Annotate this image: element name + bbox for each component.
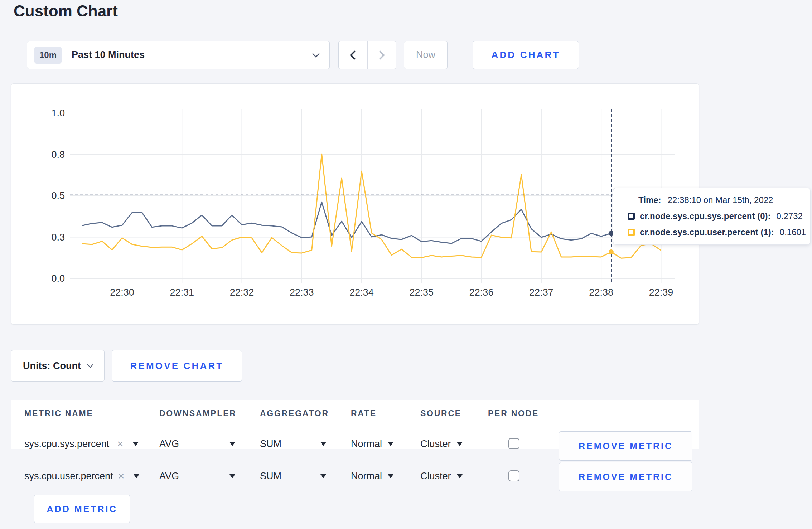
aggregator-select[interactable]: SUM — [260, 465, 326, 487]
svg-text:22:33: 22:33 — [290, 287, 314, 298]
col-header-aggregator: AGGREGATOR — [260, 409, 329, 418]
per-node-checkbox[interactable] — [508, 470, 519, 481]
per-node-checkbox[interactable] — [508, 438, 519, 449]
caret-down-icon — [320, 474, 326, 478]
toolbar-divider — [11, 40, 11, 69]
time-range-label: Past 10 Minutes — [72, 49, 313, 60]
rate-select[interactable]: Normal — [351, 433, 393, 455]
caret-down-icon — [134, 474, 139, 478]
aggregator-value: SUM — [260, 438, 281, 450]
col-header-source: SOURCE — [420, 409, 461, 418]
metric-name-value: sys.cpu.sys.percent — [24, 438, 109, 450]
svg-text:22:37: 22:37 — [529, 287, 554, 298]
chevron-down-icon — [87, 362, 93, 368]
page-title: Custom Chart — [14, 2, 118, 20]
col-header-metric-name: METRIC NAME — [24, 409, 93, 418]
aggregator-value: SUM — [260, 471, 281, 482]
timeseries-chart[interactable]: 22:3022:3122:3222:3322:3422:3522:3622:37… — [11, 84, 700, 325]
tooltip-series-value: 0.1601 — [780, 227, 806, 237]
tooltip-series-value: 0.2732 — [776, 211, 802, 221]
user-series-swatch-icon — [628, 229, 635, 236]
svg-text:22:32: 22:32 — [230, 287, 254, 298]
aggregator-select[interactable]: SUM — [260, 433, 326, 455]
chevron-down-icon — [312, 50, 320, 58]
svg-text:22:38: 22:38 — [589, 287, 613, 298]
tooltip-time-label: Time: — [638, 195, 661, 205]
caret-down-icon — [229, 442, 235, 446]
tooltip-time-value: 22:38:10 on Mar 15th, 2022 — [668, 195, 773, 205]
rate-value: Normal — [351, 438, 382, 450]
svg-text:22:36: 22:36 — [469, 287, 494, 298]
next-time-button[interactable] — [368, 41, 396, 69]
caret-down-icon — [388, 442, 393, 446]
svg-text:0.8: 0.8 — [51, 149, 65, 160]
clear-metric-icon[interactable]: × — [117, 438, 124, 450]
svg-text:0.3: 0.3 — [51, 232, 65, 243]
caret-down-icon — [133, 442, 139, 446]
now-button[interactable]: Now — [404, 41, 448, 69]
svg-text:22:30: 22:30 — [110, 287, 134, 298]
units-label: Units: Count — [23, 360, 81, 372]
source-select[interactable]: Cluster — [420, 433, 463, 455]
caret-down-icon — [388, 474, 393, 478]
tooltip-series-row: cr.node.sys.cpu.sys.percent (0): 0.2732 — [628, 211, 810, 221]
svg-text:22:34: 22:34 — [349, 287, 374, 298]
add-chart-button[interactable]: ADD CHART — [473, 41, 579, 69]
remove-chart-button[interactable]: REMOVE CHART — [112, 350, 242, 382]
caret-down-icon — [320, 442, 326, 446]
tooltip-series-row: cr.node.sys.cpu.user.percent (1): 0.1601 — [628, 227, 810, 237]
metric-name-value: sys.cpu.user.percent — [24, 471, 113, 482]
tooltip-series-name: cr.node.sys.cpu.user.percent (1): — [640, 227, 774, 237]
svg-text:22:35: 22:35 — [410, 287, 434, 298]
clear-metric-icon[interactable]: × — [118, 470, 125, 482]
remove-metric-button[interactable]: REMOVE METRIC — [559, 462, 692, 491]
svg-text:0.0: 0.0 — [51, 273, 65, 284]
sys-series-swatch-icon — [628, 213, 635, 220]
add-metric-button[interactable]: ADD METRIC — [34, 495, 130, 523]
caret-down-icon — [229, 474, 235, 478]
caret-down-icon — [457, 474, 463, 478]
chevron-right-icon — [376, 50, 385, 59]
metric-name-select[interactable]: sys.cpu.user.percent × — [24, 465, 139, 487]
time-range-select[interactable]: 10m Past 10 Minutes — [27, 41, 330, 69]
downsampler-select[interactable]: AVG — [159, 433, 235, 455]
custom-chart-page: Custom Chart 10m Past 10 Minutes Now ADD… — [0, 0, 812, 529]
col-header-rate: RATE — [351, 409, 377, 418]
downsampler-value: AVG — [159, 438, 179, 450]
svg-text:22:39: 22:39 — [649, 287, 673, 298]
svg-text:1.0: 1.0 — [51, 108, 65, 118]
rate-value: Normal — [351, 471, 382, 482]
col-header-downsampler: DOWNSAMPLER — [159, 409, 237, 418]
svg-text:22:31: 22:31 — [170, 287, 194, 298]
downsampler-select[interactable]: AVG — [159, 465, 235, 487]
chevron-left-icon — [350, 50, 359, 59]
source-select[interactable]: Cluster — [420, 465, 463, 487]
chart-tooltip: Time: 22:38:10 on Mar 15th, 2022 cr.node… — [613, 188, 811, 245]
time-window-badge: 10m — [34, 47, 62, 64]
tooltip-time-row: Time: 22:38:10 on Mar 15th, 2022 — [638, 195, 810, 205]
downsampler-value: AVG — [159, 471, 179, 482]
prev-time-button[interactable] — [339, 41, 368, 69]
caret-down-icon — [457, 442, 463, 446]
source-value: Cluster — [420, 438, 451, 450]
metric-name-select[interactable]: sys.cpu.sys.percent × — [24, 433, 139, 455]
units-select[interactable]: Units: Count — [11, 350, 105, 382]
tooltip-series-name: cr.node.sys.cpu.sys.percent (0): — [640, 211, 770, 221]
col-header-per-node: PER NODE — [488, 409, 539, 418]
time-pager — [338, 41, 396, 69]
svg-text:0.5: 0.5 — [51, 190, 65, 201]
rate-select[interactable]: Normal — [351, 465, 393, 487]
source-value: Cluster — [420, 471, 451, 482]
remove-metric-button[interactable]: REMOVE METRIC — [559, 431, 692, 461]
chart-card: 22:3022:3122:3222:3322:3422:3522:3622:37… — [11, 83, 699, 325]
